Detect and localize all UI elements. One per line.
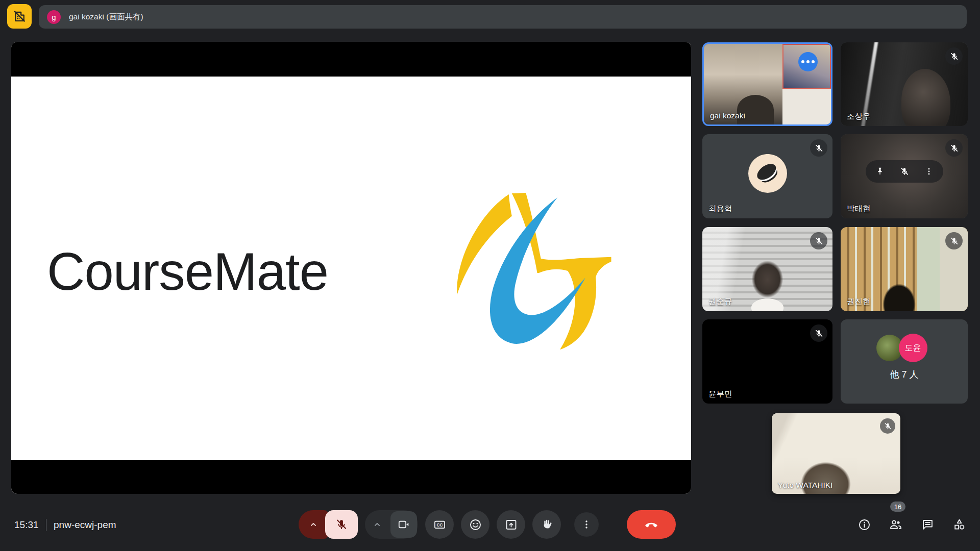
- tile-menu-button[interactable]: [798, 52, 818, 71]
- presenter-name: gai kozaki (画面共有): [69, 12, 143, 22]
- presentation-off-icon: [12, 9, 27, 24]
- slide-letterbox-top: [11, 42, 691, 77]
- mic-off-indicator: [880, 418, 895, 434]
- call-end-icon: [644, 517, 658, 532]
- mic-off-icon: [335, 518, 348, 531]
- tile-overflow-others[interactable]: 도윤 他 7 人: [841, 319, 968, 404]
- mic-control-group: [299, 510, 358, 539]
- overflow-count-label: 他 7 人: [841, 368, 968, 381]
- camera-icon: [397, 518, 410, 531]
- tile-yunbumin[interactable]: 윤부민: [702, 319, 832, 404]
- more-vert-icon: [580, 518, 593, 531]
- more-options-icon[interactable]: [924, 166, 934, 177]
- raise-hand-button[interactable]: [532, 510, 561, 539]
- mic-off-icon: [949, 236, 959, 246]
- smiley-icon: [469, 518, 482, 532]
- camera-control-group: [365, 510, 418, 539]
- participant-name: 권진현: [847, 296, 871, 307]
- chat-icon: [921, 518, 935, 532]
- mic-off-icon: [884, 422, 892, 431]
- meeting-details-button[interactable]: [856, 516, 872, 533]
- mic-off-icon: [949, 143, 959, 153]
- tile-yuto-watahiki[interactable]: Yuto WATAHIKI: [772, 413, 900, 494]
- more-options-button[interactable]: [574, 512, 599, 537]
- mic-options-button[interactable]: [299, 510, 328, 539]
- divider: [46, 519, 47, 531]
- mic-off-icon: [814, 329, 824, 338]
- meeting-code: pnw-ecwj-pem: [54, 519, 116, 531]
- coursemate-logo: [443, 183, 629, 357]
- people-panel-button[interactable]: [888, 516, 903, 533]
- activities-button[interactable]: [951, 516, 967, 533]
- camera-toggle-button[interactable]: [390, 511, 417, 538]
- mic-off-indicator: [945, 139, 963, 157]
- hand-icon: [540, 518, 554, 532]
- mic-off-indicator: [945, 232, 963, 249]
- participant-name: 윤부민: [708, 389, 732, 399]
- avatar: [748, 154, 787, 192]
- captions-button[interactable]: CC: [425, 510, 454, 539]
- present-screen-button[interactable]: [497, 510, 525, 539]
- tile-parktaehyeon[interactable]: 박태현: [841, 134, 968, 218]
- shared-screen[interactable]: CourseMate: [11, 42, 691, 494]
- mic-off-icon: [814, 143, 824, 153]
- tile-choiyonghyeok[interactable]: 최용혁: [702, 134, 832, 218]
- chevron-up-icon: [308, 519, 318, 530]
- tile-kwonjinhyeon[interactable]: 권진현: [841, 227, 968, 311]
- participant-name: 최용혁: [708, 204, 732, 214]
- reactions-button[interactable]: [461, 510, 489, 539]
- tile-josangwoo[interactable]: 조상우: [841, 42, 968, 126]
- present-icon: [504, 518, 518, 532]
- overflow-avatars: 도윤: [876, 334, 933, 362]
- chevron-up-icon: [372, 519, 382, 530]
- mic-off-icon[interactable]: [899, 166, 910, 177]
- meeting-panels: [856, 516, 967, 533]
- presenter-bar[interactable]: g gai kozaki (画面共有): [39, 5, 967, 29]
- mic-off-indicator: [810, 324, 827, 342]
- mic-off-icon: [814, 236, 824, 246]
- captions-label: CC: [436, 522, 443, 527]
- participant-name: 권순규: [708, 296, 732, 307]
- info-icon: [857, 518, 871, 532]
- participant-name: gai kozaki: [710, 111, 745, 120]
- mic-off-indicator: [945, 47, 963, 65]
- avatar-doyun: 도윤: [899, 334, 927, 362]
- chat-panel-button[interactable]: [920, 516, 935, 533]
- tile-hover-controls[interactable]: [866, 160, 943, 183]
- mic-mute-button[interactable]: [325, 510, 358, 539]
- presenter-avatar: g: [47, 10, 61, 24]
- slide-title: CourseMate: [47, 242, 328, 302]
- leave-call-button[interactable]: [627, 510, 676, 539]
- camera-options-button[interactable]: [365, 510, 389, 539]
- meeting-info: 15:31 pnw-ecwj-pem: [14, 517, 116, 533]
- presentation-hidden-button[interactable]: [7, 4, 32, 29]
- mic-off-indicator: [810, 139, 827, 157]
- tile-kwonsungyu[interactable]: 권순규: [702, 227, 832, 311]
- mic-off-icon: [949, 52, 959, 61]
- tile-gai-kozaki[interactable]: gai kozaki: [702, 42, 832, 126]
- clock: 15:31: [14, 519, 39, 531]
- participant-name: Yuto WATAHIKI: [778, 481, 832, 490]
- activities-icon: [952, 518, 966, 532]
- participant-name: 박태현: [847, 204, 871, 214]
- mic-off-indicator: [810, 232, 827, 249]
- pin-icon[interactable]: [875, 166, 885, 177]
- slide-letterbox-bottom: [11, 460, 691, 494]
- participant-name: 조상우: [847, 111, 871, 122]
- captions-icon: CC: [433, 518, 447, 532]
- participant-count-badge: 16: [890, 502, 905, 512]
- people-icon: [889, 517, 903, 532]
- video-sub-desk: [782, 89, 831, 124]
- video-person: [901, 69, 950, 126]
